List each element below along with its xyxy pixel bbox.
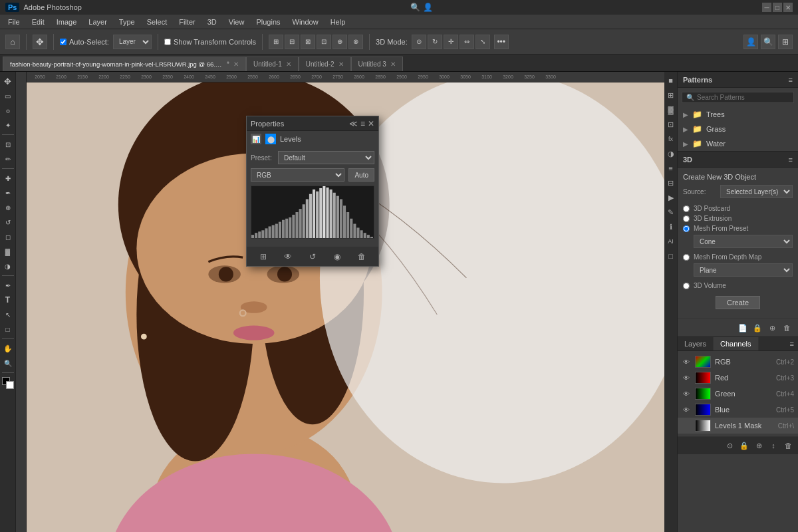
align-left[interactable]: ⊞	[269, 35, 283, 49]
tab-untitled2-close[interactable]: ✕	[338, 61, 344, 68]
minimize-button[interactable]: ─	[762, 3, 771, 12]
3d-slide[interactable]: ⇔	[460, 35, 474, 49]
reset-icon[interactable]: ↺	[306, 250, 319, 263]
tab-untitled2[interactable]: Untitled-2 ✕	[299, 57, 351, 71]
pattern-item-water[interactable]: ▶ 📁 Water	[678, 136, 798, 151]
tab-untitled1[interactable]: Untitled-1 ✕	[246, 57, 299, 71]
3d-settings-icon[interactable]: ⊕	[766, 322, 778, 334]
menu-select[interactable]: Select	[142, 17, 173, 27]
red-visibility[interactable]: 👁	[682, 373, 691, 382]
depth-map-select[interactable]: Plane Sphere	[694, 263, 793, 277]
patterns-icon[interactable]: ⊡	[665, 118, 677, 130]
tab-main[interactable]: fashion-beauty-portrait-of-young-woman-i…	[3, 57, 246, 71]
3d-roll[interactable]: ↻	[428, 35, 442, 49]
patterns-search[interactable]: 🔍	[682, 92, 794, 103]
3d-menu-icon[interactable]: ≡	[789, 156, 793, 164]
rgb-visibility[interactable]: 👁	[682, 357, 691, 366]
swatches-icon[interactable]: ⊞	[665, 89, 677, 101]
clip-to-layer-icon[interactable]: ⊞	[257, 250, 270, 263]
3d-orbit[interactable]: ⊙	[412, 35, 426, 49]
clone-tool[interactable]: ⊕	[1, 201, 15, 214]
info-icon[interactable]: ℹ	[665, 221, 677, 233]
lasso-tool[interactable]: ⌾	[1, 104, 15, 117]
3d-volume-option[interactable]: 3D Volume	[683, 282, 793, 289]
menu-layer[interactable]: Layer	[83, 17, 112, 27]
auto-button[interactable]: Auto	[348, 168, 374, 182]
menu-help[interactable]: Help	[325, 17, 351, 27]
dodge-tool[interactable]: ◑	[1, 259, 15, 273]
properties-menu[interactable]: ≡	[360, 119, 365, 128]
adjustments-panel-icon[interactable]: ◑	[665, 148, 677, 160]
menu-plugins[interactable]: Plugins	[251, 17, 285, 27]
mask-visibility[interactable]: 👁	[682, 421, 691, 430]
channel-select[interactable]: RGB Red Green Blue	[251, 168, 344, 182]
3d-new-icon[interactable]: 📄	[737, 322, 749, 334]
timeline-icon[interactable]: ▶	[665, 192, 677, 203]
mesh-preset-select[interactable]: Cone Cube Sphere	[694, 235, 793, 248]
tab-untitled3[interactable]: Untitled 3 ✕	[351, 57, 403, 71]
previous-state-icon[interactable]: 👁	[281, 250, 295, 263]
close-button[interactable]: ✕	[783, 3, 793, 12]
move-tool-button[interactable]: ✥	[33, 35, 47, 49]
maximize-button[interactable]: □	[773, 3, 782, 12]
channel-row-red[interactable]: 👁 Red Ctrl+3	[678, 370, 798, 386]
channel-row-blue[interactable]: 👁 Blue Ctrl+5	[678, 402, 798, 418]
channel-row-rgb[interactable]: 👁 RGB Ctrl+2	[678, 354, 798, 370]
tab-untitled1-close[interactable]: ✕	[286, 61, 291, 68]
search-icon[interactable]: 🔍	[410, 3, 420, 12]
create-channel-icon[interactable]: ⊕	[753, 440, 765, 452]
gradients-icon[interactable]: ▓	[665, 104, 677, 116]
notes-icon[interactable]: ✎	[665, 206, 677, 218]
properties-close[interactable]: ✕	[368, 119, 374, 128]
transform-controls-checkbox[interactable]	[164, 39, 171, 45]
create-from-selection-icon[interactable]: ↕	[767, 440, 779, 452]
tab-main-close[interactable]: ✕	[233, 61, 239, 68]
canvas-area[interactable]: Properties ≪ ≡ ✕ 📊 ⬤ Levels	[27, 82, 664, 532]
move-tool[interactable]: ✥	[1, 74, 15, 88]
3d-extrusion-option[interactable]: 3D Extrusion	[683, 215, 793, 222]
delete-adjustment-icon[interactable]: 🗑	[355, 250, 368, 263]
channel-row-green[interactable]: 👁 Green Ctrl+4	[678, 386, 798, 402]
align-right[interactable]: ⊠	[301, 35, 315, 49]
shape-tool[interactable]: □	[1, 323, 15, 336]
3d-create-button[interactable]: Create	[716, 296, 760, 309]
menu-view[interactable]: View	[223, 17, 250, 27]
align-top[interactable]: ⊡	[317, 35, 331, 49]
3d-extrusion-radio[interactable]	[683, 215, 690, 222]
3d-depth-map-radio[interactable]	[683, 254, 690, 261]
properties-collapse[interactable]: ≪	[349, 119, 358, 128]
3d-mesh-preset-radio[interactable]	[683, 225, 690, 232]
menu-window[interactable]: Window	[287, 17, 324, 27]
fx-icon[interactable]: fx	[665, 133, 677, 145]
foreground-background-colors[interactable]	[2, 377, 14, 389]
magic-wand-tool[interactable]: ✦	[1, 118, 15, 132]
history-brush-tool[interactable]: ↺	[1, 215, 15, 229]
healing-tool[interactable]: ✚	[1, 172, 15, 185]
pen-tool[interactable]: ✒	[1, 279, 15, 292]
layers-tab[interactable]: Layers	[678, 337, 714, 350]
pattern-item-trees[interactable]: ▶ 📁 Trees	[678, 107, 798, 122]
delete-channel-icon[interactable]: 🗑	[782, 440, 794, 452]
layers-comp-icon[interactable]: ⊟	[665, 177, 677, 189]
save-selection-icon[interactable]: 🔒	[738, 440, 750, 452]
menu-image[interactable]: Image	[51, 17, 82, 27]
properties-panel-icon[interactable]: ≡	[665, 162, 677, 174]
3d-delete-icon[interactable]: 🗑	[781, 322, 793, 334]
3d-folder-icon[interactable]: 🔒	[751, 322, 763, 334]
search-button[interactable]: 🔍	[761, 35, 775, 49]
user-profile-button[interactable]: 👤	[743, 35, 758, 49]
3d-scale[interactable]: ⤡	[475, 35, 490, 49]
channel-row-mask[interactable]: 👁 Levels 1 Mask Ctrl+\	[678, 418, 798, 434]
3d-pan[interactable]: ✛	[444, 35, 458, 49]
load-selection-icon[interactable]: ⊙	[724, 440, 735, 452]
hand-tool[interactable]: ✋	[1, 342, 15, 355]
menu-filter[interactable]: Filter	[174, 17, 200, 27]
align-center-h[interactable]: ⊟	[285, 35, 299, 49]
path-select-tool[interactable]: ↖	[1, 308, 15, 321]
auto-select-checkbox[interactable]	[60, 39, 66, 45]
tab-untitled3-close[interactable]: ✕	[390, 61, 396, 68]
layer-dropdown[interactable]: Layer Group	[113, 35, 152, 49]
crop-tool[interactable]: ⊡	[1, 138, 15, 151]
gradient-tool[interactable]: ▓	[1, 245, 15, 258]
brush-tool[interactable]: ✒	[1, 186, 15, 200]
